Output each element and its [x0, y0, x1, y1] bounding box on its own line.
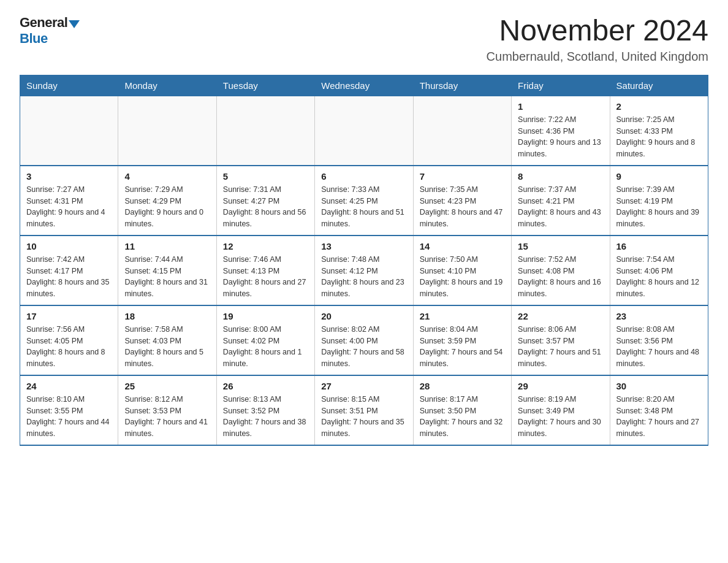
day-number: 15 — [518, 241, 603, 251]
day-cell: 1Sunrise: 7:22 AMSunset: 4:36 PMDaylight… — [512, 96, 610, 166]
day-cell: 30Sunrise: 8:20 AMSunset: 3:48 PMDayligh… — [610, 375, 708, 445]
logo: General Blue — [20, 15, 80, 47]
day-cell: 26Sunrise: 8:13 AMSunset: 3:52 PMDayligh… — [216, 375, 314, 445]
day-cell — [315, 96, 413, 166]
day-number: 25 — [124, 381, 210, 391]
day-number: 13 — [321, 241, 406, 251]
day-cell: 12Sunrise: 7:46 AMSunset: 4:13 PMDayligh… — [216, 236, 314, 305]
col-header-thursday: Thursday — [413, 75, 511, 96]
day-info: Sunrise: 7:54 AMSunset: 4:06 PMDaylight:… — [616, 254, 702, 300]
col-header-sunday: Sunday — [20, 75, 118, 96]
calendar-table: SundayMondayTuesdayWednesdayThursdayFrid… — [20, 75, 708, 446]
day-info: Sunrise: 7:52 AMSunset: 4:08 PMDaylight:… — [518, 254, 603, 300]
day-info: Sunrise: 7:42 AMSunset: 4:17 PMDaylight:… — [26, 254, 112, 300]
day-info: Sunrise: 8:08 AMSunset: 3:56 PMDaylight:… — [616, 324, 702, 370]
calendar-subtitle: Cumbernauld, Scotland, United Kingdom — [487, 50, 708, 64]
day-cell: 4Sunrise: 7:29 AMSunset: 4:29 PMDaylight… — [118, 166, 216, 236]
day-info: Sunrise: 7:35 AMSunset: 4:23 PMDaylight:… — [420, 184, 505, 230]
day-cell: 16Sunrise: 7:54 AMSunset: 4:06 PMDayligh… — [610, 236, 708, 305]
day-cell: 28Sunrise: 8:17 AMSunset: 3:50 PMDayligh… — [413, 375, 511, 445]
day-info: Sunrise: 7:22 AMSunset: 4:36 PMDaylight:… — [518, 114, 603, 160]
day-info: Sunrise: 8:04 AMSunset: 3:59 PMDaylight:… — [420, 324, 505, 370]
day-cell: 14Sunrise: 7:50 AMSunset: 4:10 PMDayligh… — [413, 236, 511, 305]
day-cell: 8Sunrise: 7:37 AMSunset: 4:21 PMDaylight… — [512, 166, 610, 236]
day-number: 17 — [26, 311, 112, 321]
day-info: Sunrise: 8:15 AMSunset: 3:51 PMDaylight:… — [321, 394, 406, 440]
day-info: Sunrise: 8:06 AMSunset: 3:57 PMDaylight:… — [518, 324, 603, 370]
day-cell: 17Sunrise: 7:56 AMSunset: 4:05 PMDayligh… — [20, 305, 118, 375]
day-cell: 24Sunrise: 8:10 AMSunset: 3:55 PMDayligh… — [20, 375, 118, 445]
day-number: 5 — [223, 171, 308, 182]
week-row-3: 10Sunrise: 7:42 AMSunset: 4:17 PMDayligh… — [20, 236, 708, 305]
calendar-title: November 2024 — [487, 15, 708, 47]
day-cell: 25Sunrise: 8:12 AMSunset: 3:53 PMDayligh… — [118, 375, 216, 445]
day-number: 1 — [518, 101, 603, 112]
day-info: Sunrise: 7:56 AMSunset: 4:05 PMDaylight:… — [26, 324, 112, 370]
day-info: Sunrise: 8:00 AMSunset: 4:02 PMDaylight:… — [223, 324, 308, 370]
day-cell: 13Sunrise: 7:48 AMSunset: 4:12 PMDayligh… — [315, 236, 413, 305]
day-cell: 23Sunrise: 8:08 AMSunset: 3:56 PMDayligh… — [610, 305, 708, 375]
week-row-4: 17Sunrise: 7:56 AMSunset: 4:05 PMDayligh… — [20, 305, 708, 375]
logo-general-row: General — [20, 15, 80, 31]
day-cell — [118, 96, 216, 166]
week-row-5: 24Sunrise: 8:10 AMSunset: 3:55 PMDayligh… — [20, 375, 708, 445]
day-info: Sunrise: 7:48 AMSunset: 4:12 PMDaylight:… — [321, 254, 406, 300]
logo-general-text: General — [20, 15, 67, 30]
day-info: Sunrise: 7:44 AMSunset: 4:15 PMDaylight:… — [124, 254, 210, 300]
day-number: 6 — [321, 171, 406, 182]
day-number: 19 — [223, 311, 308, 321]
day-cell: 3Sunrise: 7:27 AMSunset: 4:31 PMDaylight… — [20, 166, 118, 236]
day-number: 14 — [420, 241, 505, 251]
col-header-wednesday: Wednesday — [315, 75, 413, 96]
day-info: Sunrise: 8:12 AMSunset: 3:53 PMDaylight:… — [124, 394, 210, 440]
day-info: Sunrise: 8:10 AMSunset: 3:55 PMDaylight:… — [26, 394, 112, 440]
day-info: Sunrise: 7:27 AMSunset: 4:31 PMDaylight:… — [26, 184, 112, 230]
day-cell: 21Sunrise: 8:04 AMSunset: 3:59 PMDayligh… — [413, 305, 511, 375]
day-cell: 9Sunrise: 7:39 AMSunset: 4:19 PMDaylight… — [610, 166, 708, 236]
day-number: 10 — [26, 241, 112, 251]
calendar-header-row: SundayMondayTuesdayWednesdayThursdayFrid… — [20, 75, 708, 96]
day-cell: 18Sunrise: 7:58 AMSunset: 4:03 PMDayligh… — [118, 305, 216, 375]
day-number: 11 — [124, 241, 210, 251]
day-info: Sunrise: 8:20 AMSunset: 3:48 PMDaylight:… — [616, 394, 702, 440]
day-info: Sunrise: 7:29 AMSunset: 4:29 PMDaylight:… — [124, 184, 210, 230]
day-info: Sunrise: 7:39 AMSunset: 4:19 PMDaylight:… — [616, 184, 702, 230]
day-cell: 11Sunrise: 7:44 AMSunset: 4:15 PMDayligh… — [118, 236, 216, 305]
day-cell: 20Sunrise: 8:02 AMSunset: 4:00 PMDayligh… — [315, 305, 413, 375]
day-cell: 19Sunrise: 8:00 AMSunset: 4:02 PMDayligh… — [216, 305, 314, 375]
day-cell: 22Sunrise: 8:06 AMSunset: 3:57 PMDayligh… — [512, 305, 610, 375]
day-number: 18 — [124, 311, 210, 321]
day-number: 24 — [26, 381, 112, 391]
day-info: Sunrise: 7:50 AMSunset: 4:10 PMDaylight:… — [420, 254, 505, 300]
day-cell: 10Sunrise: 7:42 AMSunset: 4:17 PMDayligh… — [20, 236, 118, 305]
day-number: 30 — [616, 381, 702, 391]
day-number: 27 — [321, 381, 406, 391]
day-info: Sunrise: 8:17 AMSunset: 3:50 PMDaylight:… — [420, 394, 505, 440]
day-info: Sunrise: 7:25 AMSunset: 4:33 PMDaylight:… — [616, 114, 702, 160]
day-cell: 15Sunrise: 7:52 AMSunset: 4:08 PMDayligh… — [512, 236, 610, 305]
day-number: 21 — [420, 311, 505, 321]
day-cell: 6Sunrise: 7:33 AMSunset: 4:25 PMDaylight… — [315, 166, 413, 236]
day-number: 16 — [616, 241, 702, 251]
week-row-2: 3Sunrise: 7:27 AMSunset: 4:31 PMDaylight… — [20, 166, 708, 236]
day-number: 20 — [321, 311, 406, 321]
logo-blue-row: Blue — [20, 31, 48, 47]
title-block: November 2024 Cumbernauld, Scotland, Uni… — [487, 15, 708, 64]
day-info: Sunrise: 7:58 AMSunset: 4:03 PMDaylight:… — [124, 324, 210, 370]
day-cell — [20, 96, 118, 166]
day-cell — [216, 96, 314, 166]
day-number: 9 — [616, 171, 702, 182]
day-number: 29 — [518, 381, 603, 391]
day-number: 3 — [26, 171, 112, 182]
day-number: 7 — [420, 171, 505, 182]
day-cell: 5Sunrise: 7:31 AMSunset: 4:27 PMDaylight… — [216, 166, 314, 236]
day-cell: 27Sunrise: 8:15 AMSunset: 3:51 PMDayligh… — [315, 375, 413, 445]
day-info: Sunrise: 8:19 AMSunset: 3:49 PMDaylight:… — [518, 394, 603, 440]
logo-blue-text: Blue — [20, 31, 48, 46]
day-info: Sunrise: 8:13 AMSunset: 3:52 PMDaylight:… — [223, 394, 308, 440]
day-number: 26 — [223, 381, 308, 391]
week-row-1: 1Sunrise: 7:22 AMSunset: 4:36 PMDaylight… — [20, 96, 708, 166]
day-number: 12 — [223, 241, 308, 251]
day-info: Sunrise: 7:31 AMSunset: 4:27 PMDaylight:… — [223, 184, 308, 230]
day-cell: 7Sunrise: 7:35 AMSunset: 4:23 PMDaylight… — [413, 166, 511, 236]
